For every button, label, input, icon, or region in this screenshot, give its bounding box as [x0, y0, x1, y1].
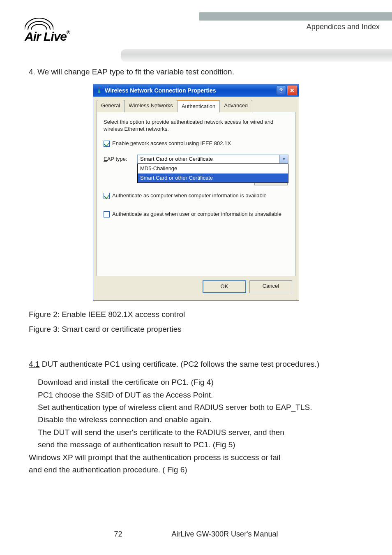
auth-as-computer-label: Authenticate as computer when computer i… [112, 192, 267, 199]
auth-as-guest-row[interactable]: Authenticate as guest when user or compu… [104, 211, 288, 218]
close-button[interactable]: ✕ [287, 86, 297, 95]
section-4-1: 4.1 DUT authenticate PC1 using certifica… [29, 358, 363, 370]
page-header: Air Live® Appendices and Index [0, 0, 392, 53]
chevron-down-icon[interactable]: ▼ [279, 155, 288, 163]
step-line: and end the authentication procedure. ( … [29, 464, 363, 476]
eap-type-dropdown-list[interactable]: MD5-Challenge Smart Card or other Certif… [137, 164, 288, 183]
enable-8021x-label: Enable network access control using IEEE… [112, 140, 231, 147]
eap-type-combo[interactable]: ▼ MD5-Challenge Smart Card or other Cert… [137, 155, 288, 164]
step-line: Download and install the certificate on … [38, 376, 363, 388]
auth-as-guest-label: Authenticate as guest when user or compu… [112, 211, 281, 218]
enable-8021x-checkbox[interactable] [104, 141, 110, 147]
figure2-caption: Figure 2: Enable IEEE 802.1X access cont… [29, 308, 363, 321]
step-line: Set authentication type of wireless clie… [38, 401, 363, 414]
intro-text: 4. We will change EAP type to fit the va… [29, 66, 363, 78]
dialog-titlebar[interactable]: Wireless Network Connection Properties ?… [93, 84, 299, 97]
eap-type-label: EAP type: [104, 155, 130, 164]
dialog-title: Wireless Network Connection Properties [105, 86, 276, 95]
eap-option-smartcard[interactable]: Smart Card or other Certificate [138, 173, 288, 183]
auth-info-text: Select this option to provide authentica… [104, 119, 288, 133]
auth-as-computer-checkbox[interactable] [104, 193, 110, 199]
tab-advanced[interactable]: Advanced [219, 100, 252, 112]
dialog-button-row: OK Cancel [97, 276, 295, 297]
wireless-antenna-icon [96, 87, 102, 94]
help-button[interactable]: ? [276, 86, 286, 95]
header-green-bar [199, 12, 392, 21]
auth-as-computer-row[interactable]: Authenticate as computer when computer i… [104, 192, 288, 199]
logo: Air Live® [25, 18, 70, 44]
tab-general[interactable]: General [97, 100, 125, 112]
step-line: Disable the wireless connection and enab… [38, 414, 363, 426]
logo-text: Air Live® [25, 30, 70, 44]
ok-button[interactable]: OK [203, 280, 246, 293]
step-line: PC1 choose the SSID of DUT as the Access… [38, 389, 363, 401]
eap-option-md5[interactable]: MD5-Challenge [138, 164, 288, 173]
wireless-properties-dialog: Wireless Network Connection Properties ?… [93, 84, 299, 301]
figure3-caption: Figure 3: Smart card or certificate prop… [29, 323, 363, 335]
page-footer: 72 AirLive GW-300R User's Manual [0, 530, 392, 539]
logo-arcs-icon [25, 18, 53, 30]
step-line: send the message of authentication resul… [38, 439, 363, 451]
step-line: The DUT will send the user's certificate… [38, 426, 363, 439]
tab-wireless-networks[interactable]: Wireless Networks [124, 100, 178, 112]
header-section-title: Appendices and Index [307, 23, 380, 31]
section-4-1-number: 4.1 [29, 360, 39, 368]
tab-authentication[interactable]: Authentication [177, 100, 220, 112]
tab-panel-authentication: Select this option to provide authentica… [97, 112, 295, 276]
auth-as-guest-checkbox[interactable] [104, 211, 110, 217]
footer-doc-title: AirLive GW-300R User's Manual [171, 530, 278, 539]
tab-bar: General Wireless Networks Authentication… [97, 100, 295, 112]
step-line: Windows XP will prompt that the authenti… [29, 451, 363, 464]
eap-type-input[interactable] [137, 155, 288, 164]
page-number: 72 [114, 530, 122, 539]
cancel-button[interactable]: Cancel [249, 280, 292, 293]
enable-8021x-row[interactable]: Enable network access control using IEEE… [104, 140, 288, 147]
